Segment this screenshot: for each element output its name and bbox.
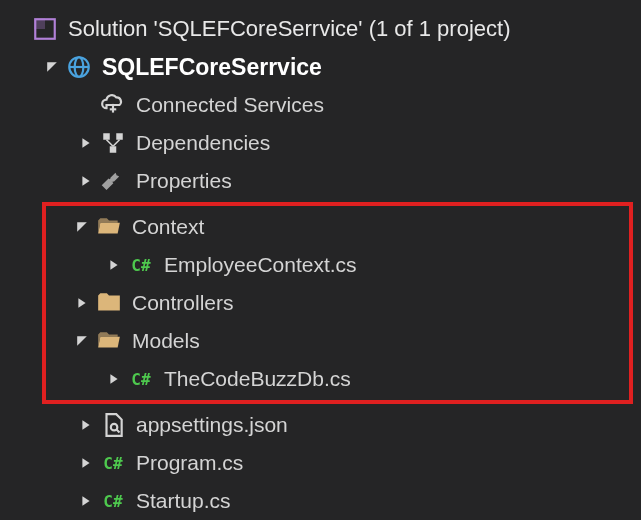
expander-collapsed-icon[interactable]	[76, 133, 96, 153]
folder-icon	[96, 290, 122, 316]
context-folder-node[interactable]: Context	[46, 208, 629, 246]
csharp-icon: C#	[100, 453, 126, 473]
program-file-node[interactable]: C# Program.cs	[0, 444, 641, 482]
appsettings-file-node[interactable]: appsettings.json	[0, 406, 641, 444]
project-label: SQLEFCoreSerrvice	[102, 54, 322, 81]
dependencies-icon	[100, 130, 126, 156]
employeecontext-file-node[interactable]: C# EmployeeContext.cs	[46, 246, 629, 284]
folder-open-icon	[96, 328, 122, 354]
svg-rect-9	[110, 146, 117, 153]
expander-collapsed-icon[interactable]	[76, 453, 96, 473]
startup-file-label: Startup.cs	[136, 489, 231, 513]
dependencies-node[interactable]: Dependencies	[0, 124, 641, 162]
cloud-icon	[100, 92, 126, 118]
svg-line-10	[107, 140, 114, 147]
program-file-label: Program.cs	[136, 451, 243, 475]
controllers-folder-label: Controllers	[132, 291, 234, 315]
globe-icon	[66, 54, 92, 80]
dependencies-label: Dependencies	[136, 131, 270, 155]
project-node[interactable]: SQLEFCoreSerrvice	[0, 48, 641, 86]
folder-open-icon	[96, 214, 122, 240]
expander-expanded-icon[interactable]	[42, 57, 62, 77]
svg-line-13	[116, 429, 119, 432]
expander-expanded-icon[interactable]	[72, 331, 92, 351]
svg-line-11	[113, 140, 120, 147]
connected-services-label: Connected Services	[136, 93, 324, 117]
svg-rect-8	[116, 133, 123, 140]
employeecontext-file-label: EmployeeContext.cs	[164, 253, 357, 277]
wrench-icon	[100, 168, 126, 194]
expander-collapsed-icon[interactable]	[76, 171, 96, 191]
models-folder-node[interactable]: Models	[46, 322, 629, 360]
properties-label: Properties	[136, 169, 232, 193]
csharp-icon: C#	[128, 255, 154, 275]
controllers-folder-node[interactable]: Controllers	[46, 284, 629, 322]
solution-label: Solution 'SQLEFCoreSerrvice' (1 of 1 pro…	[68, 16, 510, 42]
solution-icon	[32, 16, 58, 42]
json-file-icon	[100, 412, 126, 438]
connected-services-node[interactable]: Connected Services	[0, 86, 641, 124]
expander-collapsed-icon[interactable]	[76, 415, 96, 435]
context-folder-label: Context	[132, 215, 204, 239]
expander-expanded-icon[interactable]	[72, 217, 92, 237]
csharp-icon: C#	[100, 491, 126, 511]
properties-node[interactable]: Properties	[0, 162, 641, 200]
startup-file-node[interactable]: C# Startup.cs	[0, 482, 641, 520]
svg-rect-1	[35, 19, 44, 28]
expander-collapsed-icon[interactable]	[72, 293, 92, 313]
codebuzz-file-node[interactable]: C# TheCodeBuzzDb.cs	[46, 360, 629, 398]
csharp-icon: C#	[128, 369, 154, 389]
solution-node[interactable]: Solution 'SQLEFCoreSerrvice' (1 of 1 pro…	[0, 10, 641, 48]
appsettings-file-label: appsettings.json	[136, 413, 288, 437]
codebuzz-file-label: TheCodeBuzzDb.cs	[164, 367, 351, 391]
expander-collapsed-icon[interactable]	[104, 255, 124, 275]
expander-collapsed-icon[interactable]	[76, 491, 96, 511]
expander-collapsed-icon[interactable]	[104, 369, 124, 389]
solution-explorer-tree: Solution 'SQLEFCoreSerrvice' (1 of 1 pro…	[0, 0, 641, 520]
highlight-box: Context C# EmployeeContext.cs Controller…	[42, 202, 633, 404]
svg-rect-7	[103, 133, 110, 140]
models-folder-label: Models	[132, 329, 200, 353]
